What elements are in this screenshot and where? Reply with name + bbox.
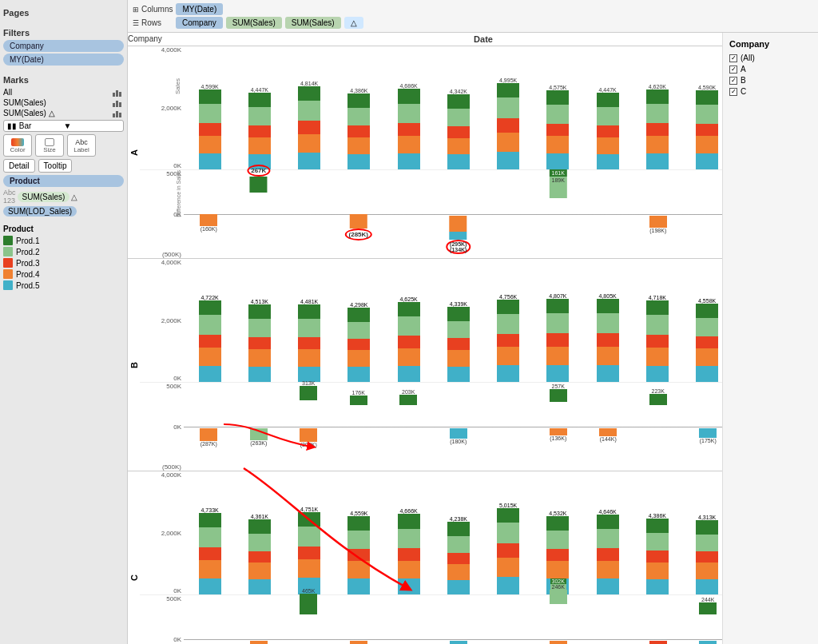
b-diff-yaxis: 500K 0K (500K) bbox=[140, 383, 184, 471]
detail-tooltip-row: Detail Tooltip bbox=[3, 159, 124, 173]
a-oct-bar[interactable] bbox=[646, 89, 669, 169]
a-aug-bar[interactable] bbox=[546, 90, 569, 169]
lod-pill[interactable]: SUM(LOD_Sales) bbox=[3, 206, 77, 217]
c-diff-mar: 465K bbox=[284, 595, 334, 644]
detail-button[interactable]: Detail bbox=[3, 159, 35, 173]
prod5-label: Prod.5 bbox=[16, 281, 39, 290]
c-jun-bar[interactable] bbox=[447, 522, 470, 594]
b-mar-bar[interactable] bbox=[298, 304, 320, 382]
company-c-diff: 500K 0K (500K) bbox=[140, 595, 722, 644]
chart-scroll-area[interactable]: Company Date A 4,000K 2,000K bbox=[128, 33, 722, 644]
company-b-checkbox[interactable]: ✓ bbox=[729, 77, 737, 85]
c-jul-col: 5,015K bbox=[484, 503, 533, 594]
a-jul-bar[interactable] bbox=[497, 83, 519, 169]
size-button[interactable]: Size bbox=[35, 134, 64, 157]
marks-title: Marks bbox=[3, 75, 124, 85]
marks-sumsales-label: SUM(Sales) bbox=[3, 98, 113, 107]
b-sales-bars: 4,722K 4,513K 4,481K 4,298K 4,625K 4,339… bbox=[184, 259, 722, 382]
filter-mydate[interactable]: MY(Date) bbox=[3, 54, 124, 66]
b-jul-bar[interactable] bbox=[497, 300, 519, 382]
c-diff-oct: (172K) (207K) bbox=[633, 595, 684, 644]
filters-section: Filters Company MY(Date) bbox=[3, 23, 124, 67]
a-apr-annotation: (285K) bbox=[345, 229, 372, 241]
b-jun-bar[interactable] bbox=[447, 307, 470, 382]
rows-sumsales-pill[interactable]: SUM(Sales) bbox=[226, 17, 282, 29]
lod-row: SUM(LOD_Sales) bbox=[3, 206, 124, 217]
label-button[interactable]: Abc Label bbox=[67, 134, 96, 157]
prod1-color bbox=[3, 236, 13, 245]
a-sep-col: 4,447K bbox=[583, 87, 632, 169]
legend-prod2: Prod.2 bbox=[3, 247, 124, 256]
a-diff-jan: (160K) bbox=[184, 170, 234, 258]
a-apr-bar[interactable] bbox=[347, 93, 370, 169]
company-c-checkbox[interactable]: ✓ bbox=[729, 88, 737, 96]
c-diff-nov: 244K (134K) bbox=[683, 595, 722, 644]
columns-pill[interactable]: MY(Date) bbox=[176, 3, 223, 15]
b-diff-sep: (144K) bbox=[583, 383, 633, 471]
main-area: ⊞ Columns MY(Date) ☰ Rows Company SUM(Sa… bbox=[128, 0, 818, 644]
company-c-legend-label: C bbox=[741, 87, 746, 96]
rows-delta-pill[interactable]: △ bbox=[344, 17, 363, 29]
company-c-item[interactable]: ✓ C bbox=[729, 87, 812, 96]
color-button[interactable]: Color bbox=[3, 134, 32, 157]
chart-column-headers: Company Date bbox=[128, 33, 722, 46]
prod2-label: Prod.2 bbox=[16, 248, 39, 256]
sum-sales-pill[interactable]: SUM(Sales) bbox=[18, 192, 70, 202]
company-a-item[interactable]: ✓ A bbox=[729, 65, 812, 74]
marks-delta-row: SUM(Sales) △ bbox=[3, 108, 124, 117]
tooltip-button[interactable]: Tooltip bbox=[38, 159, 73, 173]
company-all-checkbox[interactable]: ✓ bbox=[729, 54, 737, 62]
c-sep-col: 4,646K bbox=[583, 509, 632, 594]
chart-type-select[interactable]: ▮▮ Bar ▼ bbox=[3, 120, 124, 132]
company-a-charts: 4,000K 2,000K 0K Sales 4,599K bbox=[140, 46, 722, 258]
filter-company[interactable]: Company bbox=[3, 40, 124, 52]
company-c-section: C 4,000K 2,000K 0K 4,733K 4 bbox=[128, 471, 722, 644]
c-jul-bar[interactable] bbox=[497, 508, 519, 594]
rows-sumsales2-pill[interactable]: SUM(Sales) bbox=[285, 17, 341, 29]
c-oct-bar[interactable] bbox=[646, 519, 669, 594]
a-nov-bar[interactable] bbox=[696, 90, 718, 169]
chart-wrapper: Company Date A 4,000K 2,000K bbox=[128, 33, 722, 644]
a-mar-bar[interactable] bbox=[298, 86, 320, 169]
company-b-item[interactable]: ✓ B bbox=[729, 76, 812, 85]
c-sep-bar[interactable] bbox=[597, 515, 619, 594]
a-oct-col: 4,620K bbox=[633, 84, 681, 169]
b-nov-bar[interactable] bbox=[696, 304, 718, 382]
a-jan-bar[interactable] bbox=[199, 89, 221, 169]
c-may-bar[interactable] bbox=[398, 514, 420, 594]
a-jan-col: 4,599K bbox=[185, 84, 234, 169]
c-mar-bar[interactable] bbox=[298, 512, 320, 594]
b-may-bar[interactable] bbox=[398, 302, 420, 382]
product-pill[interactable]: Product bbox=[3, 175, 124, 187]
b-oct-bar[interactable] bbox=[646, 300, 669, 382]
c-nov-bar[interactable] bbox=[696, 520, 718, 594]
a-jun-bar[interactable] bbox=[447, 94, 470, 169]
company-a-diff: 500K 0K (500K) Difference in Sales bbox=[140, 170, 722, 258]
company-all-item[interactable]: ✓ (All) bbox=[729, 54, 812, 62]
b-apr-bar[interactable] bbox=[347, 308, 370, 382]
a-nov-col: 4,590K bbox=[683, 85, 723, 169]
b-sep-bar[interactable] bbox=[597, 299, 619, 382]
b-diff-nov: (175K) bbox=[683, 383, 722, 471]
a-sep-bar[interactable] bbox=[597, 93, 619, 169]
b-aug-bar[interactable] bbox=[546, 299, 569, 382]
b-feb-bar[interactable] bbox=[248, 304, 271, 382]
c-apr-bar[interactable] bbox=[347, 516, 370, 594]
rows-company-pill[interactable]: Company bbox=[176, 17, 223, 29]
c-mar-col: 4,751K bbox=[285, 507, 334, 594]
b-apr-col: 4,298K bbox=[335, 302, 383, 382]
company-a-legend-label: A bbox=[741, 65, 746, 74]
b-jan-col: 4,722K bbox=[185, 295, 234, 382]
abc-icon: Abc123 bbox=[3, 189, 16, 205]
b-diff-area: (287K) (263K) bbox=[184, 383, 722, 471]
a-may-bar[interactable] bbox=[398, 89, 420, 169]
a-diff-oct-inner: (198K) bbox=[649, 216, 667, 233]
a-feb-bar[interactable] bbox=[248, 93, 271, 169]
company-a-label: A bbox=[128, 46, 140, 258]
a-diff-jun-inner: (295K) (134K) bbox=[446, 216, 471, 254]
c-jan-bar[interactable] bbox=[199, 513, 221, 594]
c-feb-bar[interactable] bbox=[248, 519, 271, 594]
b-jan-bar[interactable] bbox=[199, 300, 221, 382]
b-feb-col: 4,513K bbox=[235, 299, 284, 382]
company-a-checkbox[interactable]: ✓ bbox=[729, 66, 737, 74]
